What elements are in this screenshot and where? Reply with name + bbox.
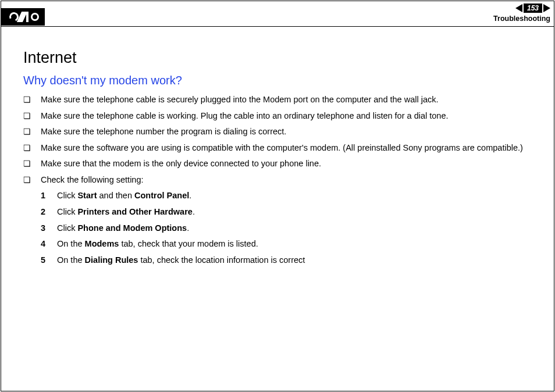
page-header: 153 Troubleshooting — [1, 1, 554, 27]
step-item: Click Phone and Modem Options. — [41, 223, 533, 234]
list-item: Make sure the telephone number the progr… — [23, 126, 533, 138]
step-text: . — [193, 207, 195, 216]
list-item: Make sure the software you are using is … — [23, 142, 533, 154]
step-item: Click Start and then Control Panel. — [41, 190, 533, 202]
step-bold: Modems — [85, 239, 119, 248]
step-item: On the Modems tab, check that your modem… — [41, 238, 533, 250]
list-item: Make sure that the modem is the only dev… — [23, 158, 533, 170]
next-page-arrow-icon[interactable] — [543, 4, 550, 12]
step-bold: Phone and Modem Options — [77, 223, 187, 233]
step-text: . — [189, 191, 191, 200]
step-item: On the Dialing Rules tab, check the loca… — [41, 255, 533, 266]
step-text: On the — [57, 255, 85, 265]
step-text: Click — [57, 223, 77, 233]
step-text: and then — [97, 191, 135, 200]
vaio-logo — [1, 8, 45, 26]
numbered-steps: Click Start and then Control Panel. Clic… — [23, 190, 533, 266]
page-number-badge: 153 — [524, 3, 542, 13]
section-label: Troubleshooting — [493, 15, 550, 23]
prev-page-arrow-icon[interactable] — [515, 4, 522, 12]
step-bold: Dialing Rules — [85, 255, 138, 265]
step-text: tab, check that your modem is listed. — [119, 239, 258, 248]
step-text: Click — [57, 207, 77, 216]
step-item: Click Printers and Other Hardware. — [41, 206, 533, 218]
bullet-list: Make sure the telephone cable is securel… — [23, 94, 533, 186]
header-right: 153 Troubleshooting — [493, 1, 550, 23]
step-text: Click — [57, 191, 77, 200]
page-content: Internet Why doesn't my modem work? Make… — [1, 27, 554, 266]
step-text: On the — [57, 239, 85, 248]
page-title: Internet — [23, 49, 533, 67]
question-heading: Why doesn't my modem work? — [23, 74, 533, 87]
list-item: Make sure the telephone cable is working… — [23, 111, 533, 122]
list-item: Check the following setting: — [23, 174, 533, 186]
step-bold: Control Panel — [134, 191, 189, 200]
list-item: Make sure the telephone cable is securel… — [23, 94, 533, 106]
svg-marker-0 — [515, 4, 522, 12]
page-nav: 153 — [493, 3, 550, 13]
step-text: tab, check the location information is c… — [138, 255, 305, 265]
page: 153 Troubleshooting Internet Why doesn't… — [1, 1, 554, 391]
svg-marker-1 — [543, 4, 550, 12]
step-text: . — [187, 223, 189, 233]
step-bold: Start — [77, 191, 97, 200]
step-bold: Printers and Other Hardware — [77, 207, 192, 216]
